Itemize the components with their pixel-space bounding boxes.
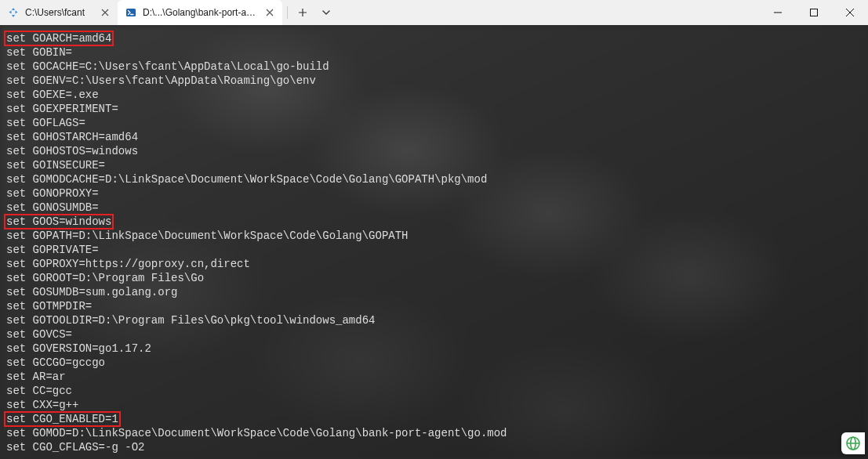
powershell-icon bbox=[125, 7, 136, 18]
terminal-line: set GOROOT=D:\Program Files\Go bbox=[5, 271, 868, 285]
close-icon[interactable] bbox=[99, 6, 111, 19]
window-controls bbox=[760, 0, 868, 25]
terminal-line: set GOHOSTOS=windows bbox=[5, 144, 868, 158]
terminal-line: set GONOPROXY= bbox=[5, 186, 868, 201]
segments-icon bbox=[8, 7, 19, 18]
terminal-line: set GOENV=C:\Users\fcant\AppData\Roaming… bbox=[5, 74, 868, 88]
terminal-line: set GOSUMDB=sum.golang.org bbox=[5, 285, 868, 299]
new-tab-button[interactable] bbox=[294, 4, 311, 21]
terminal-line: set CGO_CFLAGS=-g -O2 bbox=[5, 440, 868, 454]
terminal-line: set CC=gcc bbox=[5, 384, 868, 398]
terminal-line: set GOVCS= bbox=[5, 327, 868, 342]
tab-inactive[interactable]: C:\Users\fcant bbox=[0, 0, 118, 25]
tab-actions bbox=[282, 0, 340, 25]
terminal-line: set GOEXE=.exe bbox=[5, 88, 868, 102]
terminal-line: set GOMOD=D:\LinkSpace\Document\WorkSpac… bbox=[5, 426, 868, 440]
tab-title: D:\...\Golang\bank-port-agent bbox=[143, 7, 257, 18]
maximize-button[interactable] bbox=[796, 0, 832, 25]
terminal-line: set GOTOOLDIR=D:\Program Files\Go\pkg\to… bbox=[5, 313, 868, 327]
terminal-line: set GOMODCACHE=D:\LinkSpace\Document\Wor… bbox=[5, 172, 868, 186]
tab-title: C:\Users\fcant bbox=[25, 7, 93, 18]
assistant-badge[interactable] bbox=[841, 432, 865, 454]
terminal-line: set GOFLAGS= bbox=[5, 116, 868, 130]
titlebar: C:\Users\fcant D:\...\Golang\bank-port-a… bbox=[0, 0, 868, 25]
terminal-line: set GOPRIVATE= bbox=[5, 243, 868, 257]
svg-rect-0 bbox=[126, 9, 136, 16]
terminal-line: set GOBIN= bbox=[5, 45, 868, 60]
terminal-output[interactable]: set GOARCH=amd64set GOBIN=set GOCACHE=C:… bbox=[0, 25, 868, 454]
tab-dropdown-button[interactable] bbox=[318, 4, 335, 21]
close-window-button[interactable] bbox=[832, 0, 868, 25]
separator bbox=[287, 6, 288, 19]
terminal-line: set GCCGO=gccgo bbox=[5, 356, 868, 370]
svg-rect-3 bbox=[811, 9, 818, 16]
terminal-line: set GONOSUMDB= bbox=[5, 201, 868, 215]
terminal-line: set GOHOSTARCH=amd64 bbox=[5, 130, 868, 144]
tab-strip: C:\Users\fcant D:\...\Golang\bank-port-a… bbox=[0, 0, 340, 25]
tab-active[interactable]: D:\...\Golang\bank-port-agent bbox=[118, 0, 282, 25]
terminal-line: set GOVERSION=go1.17.2 bbox=[5, 342, 868, 356]
terminal-line: set GOINSECURE= bbox=[5, 158, 868, 172]
minimize-button[interactable] bbox=[760, 0, 796, 25]
terminal-line: set GOOS=windows bbox=[5, 215, 113, 229]
terminal-line: set AR=ar bbox=[5, 370, 868, 384]
terminal-line: set CGO_ENABLED=1 bbox=[5, 412, 120, 426]
terminal-line: set CXX=g++ bbox=[5, 398, 868, 412]
terminal-line: set GOPATH=D:\LinkSpace\Document\WorkSpa… bbox=[5, 229, 868, 243]
terminal-line: set GOEXPERIMENT= bbox=[5, 102, 868, 116]
terminal-line: set GOCACHE=C:\Users\fcant\AppData\Local… bbox=[5, 60, 868, 74]
terminal-line: set GOARCH=amd64 bbox=[5, 31, 113, 45]
terminal-line: set GOTMPDIR= bbox=[5, 299, 868, 313]
titlebar-drag-region[interactable] bbox=[340, 0, 760, 25]
close-icon[interactable] bbox=[263, 6, 276, 19]
terminal-line: set GOPROXY=https://goproxy.cn,direct bbox=[5, 257, 868, 271]
